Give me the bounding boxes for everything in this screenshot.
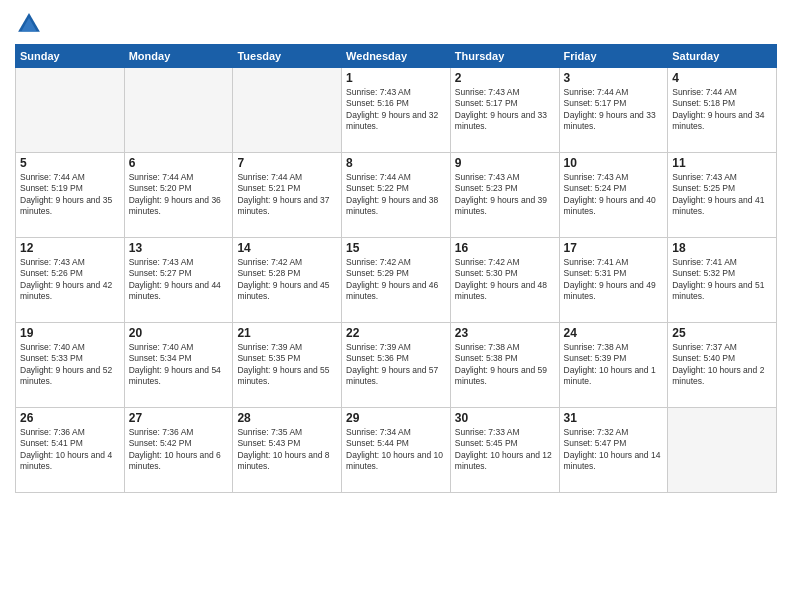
day-info: Sunrise: 7:42 AM Sunset: 5:28 PM Dayligh… (237, 257, 337, 303)
day-number: 3 (564, 71, 664, 85)
calendar-cell: 30Sunrise: 7:33 AM Sunset: 5:45 PM Dayli… (450, 408, 559, 493)
day-number: 22 (346, 326, 446, 340)
day-number: 1 (346, 71, 446, 85)
day-info: Sunrise: 7:41 AM Sunset: 5:32 PM Dayligh… (672, 257, 772, 303)
day-info: Sunrise: 7:40 AM Sunset: 5:33 PM Dayligh… (20, 342, 120, 388)
calendar-header-thursday: Thursday (450, 45, 559, 68)
calendar-cell: 24Sunrise: 7:38 AM Sunset: 5:39 PM Dayli… (559, 323, 668, 408)
calendar-cell: 3Sunrise: 7:44 AM Sunset: 5:17 PM Daylig… (559, 68, 668, 153)
day-number: 11 (672, 156, 772, 170)
day-info: Sunrise: 7:44 AM Sunset: 5:19 PM Dayligh… (20, 172, 120, 218)
calendar-cell: 7Sunrise: 7:44 AM Sunset: 5:21 PM Daylig… (233, 153, 342, 238)
day-info: Sunrise: 7:43 AM Sunset: 5:24 PM Dayligh… (564, 172, 664, 218)
day-number: 23 (455, 326, 555, 340)
day-info: Sunrise: 7:43 AM Sunset: 5:23 PM Dayligh… (455, 172, 555, 218)
calendar-cell: 20Sunrise: 7:40 AM Sunset: 5:34 PM Dayli… (124, 323, 233, 408)
day-number: 2 (455, 71, 555, 85)
day-number: 7 (237, 156, 337, 170)
calendar-cell: 11Sunrise: 7:43 AM Sunset: 5:25 PM Dayli… (668, 153, 777, 238)
day-number: 5 (20, 156, 120, 170)
calendar: SundayMondayTuesdayWednesdayThursdayFrid… (15, 44, 777, 493)
calendar-cell: 9Sunrise: 7:43 AM Sunset: 5:23 PM Daylig… (450, 153, 559, 238)
day-info: Sunrise: 7:39 AM Sunset: 5:36 PM Dayligh… (346, 342, 446, 388)
calendar-week-4: 19Sunrise: 7:40 AM Sunset: 5:33 PM Dayli… (16, 323, 777, 408)
day-info: Sunrise: 7:44 AM Sunset: 5:20 PM Dayligh… (129, 172, 229, 218)
day-info: Sunrise: 7:37 AM Sunset: 5:40 PM Dayligh… (672, 342, 772, 388)
calendar-cell: 22Sunrise: 7:39 AM Sunset: 5:36 PM Dayli… (342, 323, 451, 408)
calendar-cell: 6Sunrise: 7:44 AM Sunset: 5:20 PM Daylig… (124, 153, 233, 238)
day-info: Sunrise: 7:43 AM Sunset: 5:27 PM Dayligh… (129, 257, 229, 303)
calendar-cell: 15Sunrise: 7:42 AM Sunset: 5:29 PM Dayli… (342, 238, 451, 323)
day-info: Sunrise: 7:43 AM Sunset: 5:25 PM Dayligh… (672, 172, 772, 218)
day-number: 31 (564, 411, 664, 425)
day-info: Sunrise: 7:33 AM Sunset: 5:45 PM Dayligh… (455, 427, 555, 473)
calendar-cell: 4Sunrise: 7:44 AM Sunset: 5:18 PM Daylig… (668, 68, 777, 153)
day-number: 16 (455, 241, 555, 255)
day-info: Sunrise: 7:43 AM Sunset: 5:16 PM Dayligh… (346, 87, 446, 133)
day-number: 4 (672, 71, 772, 85)
calendar-cell (668, 408, 777, 493)
calendar-header-tuesday: Tuesday (233, 45, 342, 68)
calendar-header-row: SundayMondayTuesdayWednesdayThursdayFrid… (16, 45, 777, 68)
day-number: 12 (20, 241, 120, 255)
day-number: 8 (346, 156, 446, 170)
day-number: 10 (564, 156, 664, 170)
day-number: 15 (346, 241, 446, 255)
calendar-header-saturday: Saturday (668, 45, 777, 68)
day-info: Sunrise: 7:36 AM Sunset: 5:42 PM Dayligh… (129, 427, 229, 473)
calendar-cell: 25Sunrise: 7:37 AM Sunset: 5:40 PM Dayli… (668, 323, 777, 408)
day-info: Sunrise: 7:44 AM Sunset: 5:17 PM Dayligh… (564, 87, 664, 133)
calendar-cell: 29Sunrise: 7:34 AM Sunset: 5:44 PM Dayli… (342, 408, 451, 493)
calendar-cell: 8Sunrise: 7:44 AM Sunset: 5:22 PM Daylig… (342, 153, 451, 238)
day-info: Sunrise: 7:41 AM Sunset: 5:31 PM Dayligh… (564, 257, 664, 303)
calendar-cell: 10Sunrise: 7:43 AM Sunset: 5:24 PM Dayli… (559, 153, 668, 238)
page: SundayMondayTuesdayWednesdayThursdayFrid… (0, 0, 792, 612)
calendar-cell: 26Sunrise: 7:36 AM Sunset: 5:41 PM Dayli… (16, 408, 125, 493)
day-number: 24 (564, 326, 664, 340)
day-info: Sunrise: 7:44 AM Sunset: 5:22 PM Dayligh… (346, 172, 446, 218)
day-number: 6 (129, 156, 229, 170)
day-info: Sunrise: 7:32 AM Sunset: 5:47 PM Dayligh… (564, 427, 664, 473)
day-info: Sunrise: 7:35 AM Sunset: 5:43 PM Dayligh… (237, 427, 337, 473)
calendar-cell: 16Sunrise: 7:42 AM Sunset: 5:30 PM Dayli… (450, 238, 559, 323)
calendar-cell: 31Sunrise: 7:32 AM Sunset: 5:47 PM Dayli… (559, 408, 668, 493)
calendar-header-wednesday: Wednesday (342, 45, 451, 68)
calendar-cell: 2Sunrise: 7:43 AM Sunset: 5:17 PM Daylig… (450, 68, 559, 153)
day-number: 9 (455, 156, 555, 170)
day-info: Sunrise: 7:39 AM Sunset: 5:35 PM Dayligh… (237, 342, 337, 388)
calendar-header-monday: Monday (124, 45, 233, 68)
day-info: Sunrise: 7:42 AM Sunset: 5:30 PM Dayligh… (455, 257, 555, 303)
day-number: 13 (129, 241, 229, 255)
calendar-cell: 28Sunrise: 7:35 AM Sunset: 5:43 PM Dayli… (233, 408, 342, 493)
calendar-cell (124, 68, 233, 153)
day-info: Sunrise: 7:38 AM Sunset: 5:38 PM Dayligh… (455, 342, 555, 388)
calendar-week-3: 12Sunrise: 7:43 AM Sunset: 5:26 PM Dayli… (16, 238, 777, 323)
logo (15, 10, 47, 38)
day-number: 25 (672, 326, 772, 340)
calendar-cell: 18Sunrise: 7:41 AM Sunset: 5:32 PM Dayli… (668, 238, 777, 323)
day-info: Sunrise: 7:43 AM Sunset: 5:17 PM Dayligh… (455, 87, 555, 133)
day-number: 18 (672, 241, 772, 255)
calendar-cell: 13Sunrise: 7:43 AM Sunset: 5:27 PM Dayli… (124, 238, 233, 323)
day-number: 26 (20, 411, 120, 425)
day-number: 29 (346, 411, 446, 425)
day-info: Sunrise: 7:40 AM Sunset: 5:34 PM Dayligh… (129, 342, 229, 388)
calendar-header-friday: Friday (559, 45, 668, 68)
calendar-cell: 12Sunrise: 7:43 AM Sunset: 5:26 PM Dayli… (16, 238, 125, 323)
calendar-cell (16, 68, 125, 153)
day-number: 30 (455, 411, 555, 425)
day-info: Sunrise: 7:42 AM Sunset: 5:29 PM Dayligh… (346, 257, 446, 303)
day-number: 21 (237, 326, 337, 340)
day-number: 28 (237, 411, 337, 425)
day-number: 20 (129, 326, 229, 340)
day-info: Sunrise: 7:44 AM Sunset: 5:21 PM Dayligh… (237, 172, 337, 218)
calendar-cell: 14Sunrise: 7:42 AM Sunset: 5:28 PM Dayli… (233, 238, 342, 323)
header (15, 10, 777, 38)
day-number: 14 (237, 241, 337, 255)
day-number: 27 (129, 411, 229, 425)
day-info: Sunrise: 7:34 AM Sunset: 5:44 PM Dayligh… (346, 427, 446, 473)
day-info: Sunrise: 7:44 AM Sunset: 5:18 PM Dayligh… (672, 87, 772, 133)
day-info: Sunrise: 7:43 AM Sunset: 5:26 PM Dayligh… (20, 257, 120, 303)
calendar-cell: 27Sunrise: 7:36 AM Sunset: 5:42 PM Dayli… (124, 408, 233, 493)
calendar-week-1: 1Sunrise: 7:43 AM Sunset: 5:16 PM Daylig… (16, 68, 777, 153)
